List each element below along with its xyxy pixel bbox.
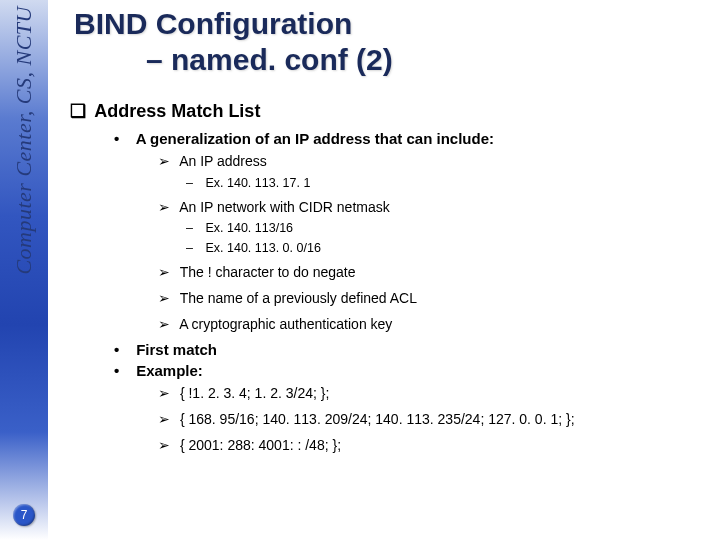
arrow-bullet-icon: ➢ — [158, 288, 176, 310]
slide-content: BIND Configuration – named. conf (2) ❑ A… — [56, 0, 716, 457]
sidebar: Computer Center, CS, NCTU — [0, 0, 48, 540]
arrow-bullet-icon: ➢ — [158, 435, 176, 457]
arrow-bullet-icon: ➢ — [158, 383, 176, 405]
dot-bullet-icon: • — [114, 341, 132, 358]
item-text: { 2001: 288: 4001: : /48; }; — [180, 437, 341, 453]
list-item: ➢ The ! character to do negate — [158, 262, 716, 284]
dot-bullet-icon: • — [114, 130, 132, 147]
list-item: ➢ { 2001: 288: 4001: : /48; }; — [158, 435, 716, 457]
bullet-text: Example: — [136, 362, 203, 379]
item-text: { 168. 95/16; 140. 113. 209/24; 140. 113… — [180, 411, 575, 427]
arrow-bullet-icon: ➢ — [158, 197, 176, 219]
subitem-text: Ex. 140. 113/16 — [205, 221, 293, 235]
title-line-1: BIND Configuration — [74, 6, 716, 42]
arrow-bullet-icon: ➢ — [158, 262, 176, 284]
arrow-bullet-icon: ➢ — [158, 409, 176, 431]
bullet-text: A generalization of an IP address that c… — [136, 130, 494, 147]
section-heading: Address Match List — [94, 101, 260, 121]
item-text: { !1. 2. 3. 4; 1. 2. 3/24; }; — [180, 385, 329, 401]
bullet-first-match: • First match — [114, 341, 716, 358]
dot-bullet-icon: • — [114, 362, 132, 379]
list-item: ➢ The name of a previously defined ACL — [158, 288, 716, 310]
item-text: An IP address — [179, 153, 267, 169]
item-text: The ! character to do negate — [180, 264, 356, 280]
list-item: ➢ { 168. 95/16; 140. 113. 209/24; 140. 1… — [158, 409, 716, 431]
bullet-text: First match — [136, 341, 217, 358]
arrow-bullet-icon: ➢ — [158, 314, 176, 336]
item-text: A cryptographic authentication key — [179, 316, 392, 332]
item-text: The name of a previously defined ACL — [180, 290, 417, 306]
title-line-2: – named. conf (2) — [146, 42, 716, 78]
dash-bullet-icon: – — [186, 173, 202, 193]
subitem-text: Ex. 140. 113. 0. 0/16 — [205, 241, 320, 255]
list-subitem: – Ex. 140. 113. 0. 0/16 — [186, 238, 716, 258]
sidebar-label: Computer Center, CS, NCTU — [11, 6, 37, 275]
subitem-text: Ex. 140. 113. 17. 1 — [205, 176, 310, 190]
list-item: ➢ A cryptographic authentication key — [158, 314, 716, 336]
dash-bullet-icon: – — [186, 238, 202, 258]
slide-title: BIND Configuration – named. conf (2) — [74, 6, 716, 78]
page-number: 7 — [21, 508, 28, 522]
bullet-example: • Example: — [114, 362, 716, 379]
list-item: ➢ An IP network with CIDR netmask — [158, 197, 716, 219]
list-subitem: – Ex. 140. 113/16 — [186, 218, 716, 238]
list-subitem: – Ex. 140. 113. 17. 1 — [186, 173, 716, 193]
arrow-bullet-icon: ➢ — [158, 151, 176, 173]
item-text: An IP network with CIDR netmask — [179, 199, 390, 215]
list-item: ➢ An IP address — [158, 151, 716, 173]
section-heading-row: ❑ Address Match List — [70, 100, 716, 122]
square-bullet-icon: ❑ — [70, 100, 90, 122]
bullet-generalization: • A generalization of an IP address that… — [114, 130, 716, 147]
page-number-badge: 7 — [13, 504, 35, 526]
list-item: ➢ { !1. 2. 3. 4; 1. 2. 3/24; }; — [158, 383, 716, 405]
dash-bullet-icon: – — [186, 218, 202, 238]
